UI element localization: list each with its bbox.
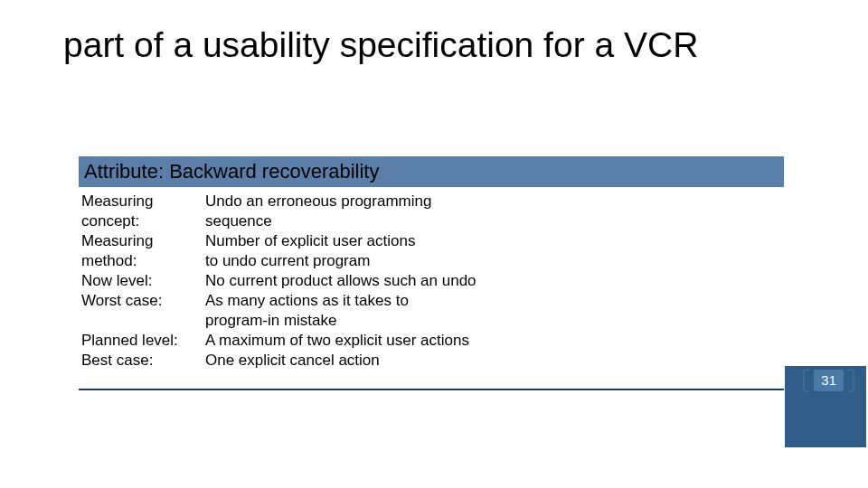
slide: part of a usability specification for a …	[0, 0, 868, 488]
spec-table: Measuring concept: Undo an erroneous pro…	[81, 192, 782, 371]
attribute-text: Attribute: Backward recoverability	[84, 160, 379, 183]
page-number-badge: 31	[802, 368, 855, 393]
row-label: Planned level:	[81, 331, 203, 351]
row-label: Worst case:	[81, 291, 203, 311]
row-label: Best case:	[81, 351, 203, 371]
row-label: Measuring method:	[81, 231, 203, 271]
row-label: Measuring concept:	[81, 192, 203, 231]
row-value: Undo an erroneous programmingsequence	[203, 192, 782, 231]
row-value: One explicit cancel action	[203, 351, 782, 371]
table-row: Planned level: A maximum of two explicit…	[81, 331, 782, 351]
bracket-right-icon	[846, 368, 855, 393]
bracket-left-icon	[802, 368, 811, 393]
table-row: Now level: No current product allows suc…	[81, 271, 782, 291]
page-number: 31	[814, 370, 844, 391]
table-row: Worst case: As many actions as it takes …	[81, 291, 782, 331]
row-value: A maximum of two explicit user actions	[203, 331, 782, 351]
row-label: Now level:	[81, 271, 203, 291]
page-title: part of a usability specification for a …	[63, 25, 698, 65]
table-row: Measuring concept: Undo an erroneous pro…	[81, 192, 782, 231]
row-value: No current product allows such an undo	[203, 271, 782, 291]
row-value: As many actions as it takes toprogram-in…	[203, 291, 782, 331]
table-row: Measuring method: Number of explicit use…	[81, 231, 782, 271]
row-value: Number of explicit user actionsto undo c…	[203, 231, 782, 271]
attribute-band: Attribute: Backward recoverability	[79, 156, 784, 187]
horizontal-rule	[79, 389, 784, 390]
table-row: Best case: One explicit cancel action	[81, 351, 782, 371]
